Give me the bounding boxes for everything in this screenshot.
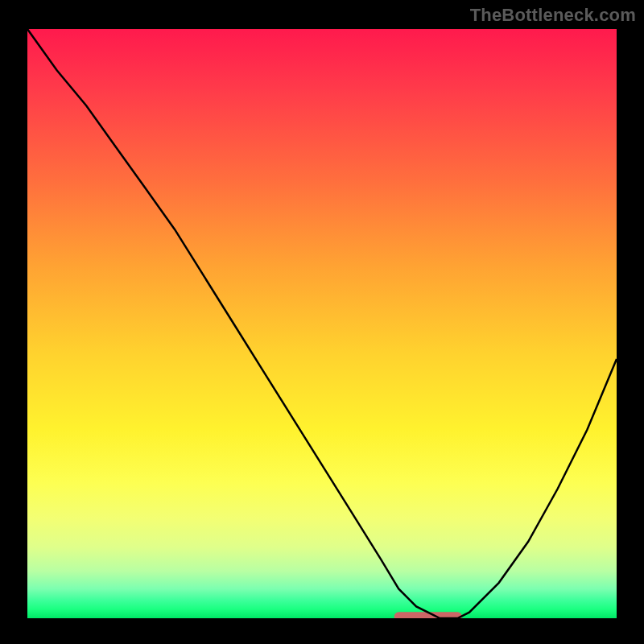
watermark-text: TheBottleneck.com bbox=[470, 5, 636, 26]
chart-svg bbox=[27, 29, 617, 618]
curve-line bbox=[27, 29, 617, 618]
plot-area bbox=[27, 29, 617, 618]
chart-container: TheBottleneck.com bbox=[0, 0, 644, 644]
